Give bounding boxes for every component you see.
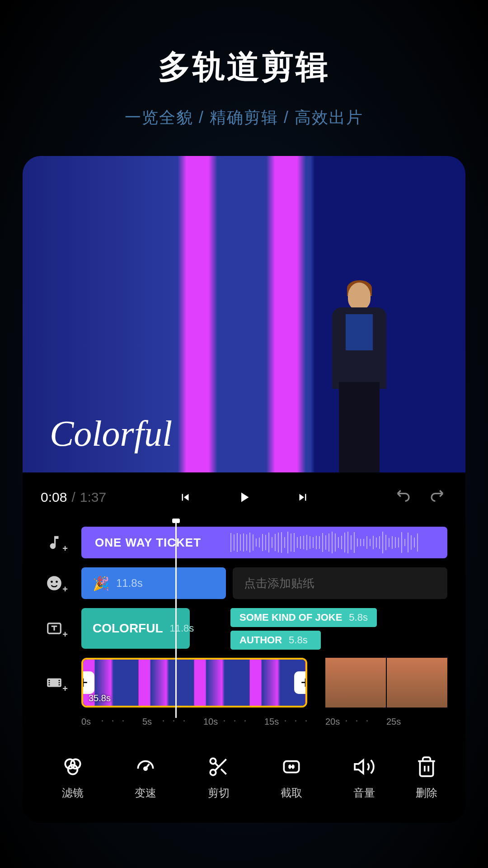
svg-point-14 <box>144 767 147 770</box>
sticker-duration: 11.8s <box>116 577 143 590</box>
sticker-track: + 🎉 11.8s 点击添加贴纸 <box>41 567 447 599</box>
tool-label: 音量 <box>353 786 375 800</box>
volume-icon <box>352 754 377 779</box>
undo-button[interactable] <box>393 486 416 509</box>
add-clip-after-button[interactable]: + <box>294 671 307 694</box>
current-time: 0:08 <box>41 490 67 505</box>
tool-label: 滤镜 <box>62 786 84 800</box>
video-clip-duration: 35.8s <box>89 693 111 703</box>
svg-point-10 <box>59 684 60 685</box>
timeline[interactable]: + ONE WAY TICKET + 🎉 11.8s 点击添加贴纸 <box>23 522 465 736</box>
trash-icon <box>414 754 439 779</box>
tool-label: 删除 <box>416 786 437 800</box>
tool-label: 剪切 <box>208 786 230 800</box>
audio-track: + ONE WAY TICKET <box>41 527 447 558</box>
text-clip-main[interactable]: COLORFUL 11.8s <box>81 608 190 649</box>
text-clip-label: SOME KIND OF JOKE <box>239 612 342 623</box>
sticker-placeholder[interactable]: 点击添加贴纸 <box>233 567 447 599</box>
add-text-icon[interactable]: + <box>41 615 68 642</box>
time-display: 0:08 / 1:37 <box>41 490 106 505</box>
svg-point-0 <box>47 576 61 590</box>
audio-clip[interactable]: ONE WAY TICKET <box>81 527 447 558</box>
text-clip-label: COLORFUL <box>93 621 163 636</box>
volume-tool[interactable]: 音量 <box>328 754 401 800</box>
plus-icon: + <box>62 584 68 594</box>
video-preview[interactable]: Colorful <box>23 156 465 472</box>
svg-point-1 <box>51 580 53 583</box>
preview-subject <box>316 283 398 472</box>
playback-controls: 0:08 / 1:37 <box>23 472 465 522</box>
text-track: + COLORFUL 11.8s SOME KIND OF JOKE 5.8s … <box>41 608 447 649</box>
add-sticker-icon[interactable]: + <box>41 570 68 597</box>
bottom-toolbar: 滤镜 变速 剪切 截取 音量 删除 <box>23 736 465 823</box>
svg-point-9 <box>59 682 60 683</box>
hero-title: 多轨道剪辑 <box>0 0 488 89</box>
plus-icon: + <box>62 543 68 554</box>
timeline-ruler: 0s 5s 10s 15s 20s 25s <box>41 717 447 727</box>
svg-point-13 <box>68 764 77 774</box>
plus-icon: + <box>62 684 68 694</box>
crop-tool[interactable]: 截取 <box>255 754 328 800</box>
video-clip[interactable] <box>325 658 447 708</box>
preview-text-overlay: Colorful <box>50 413 172 454</box>
speed-tool[interactable]: 变速 <box>109 754 182 800</box>
redo-button[interactable] <box>425 486 447 509</box>
time-separator: / <box>71 490 75 505</box>
next-button[interactable] <box>291 486 314 509</box>
add-audio-icon[interactable]: + <box>41 529 68 556</box>
tool-label: 截取 <box>281 786 302 800</box>
svg-point-7 <box>48 684 50 685</box>
filter-tool[interactable]: 滤镜 <box>36 754 109 800</box>
total-time: 1:37 <box>80 490 106 505</box>
add-video-icon[interactable]: + <box>41 669 68 696</box>
video-track: + + 35.8s + <box>41 658 447 708</box>
svg-point-5 <box>48 680 50 681</box>
svg-point-16 <box>210 769 216 775</box>
crop-icon <box>279 754 304 779</box>
sticker-emoji: 🎉 <box>93 576 109 591</box>
waveform <box>230 527 447 558</box>
svg-point-8 <box>59 680 60 681</box>
text-clip-label: AUTHOR <box>239 634 282 646</box>
add-clip-before-button[interactable]: + <box>81 671 94 694</box>
text-clip-duration: 11.8s <box>170 623 194 634</box>
sticker-clip[interactable]: 🎉 11.8s <box>81 567 226 599</box>
hero-subtitle: 一览全貌 / 精确剪辑 / 高效出片 <box>0 107 488 129</box>
tool-label: 变速 <box>135 786 156 800</box>
svg-point-15 <box>210 758 216 764</box>
audio-clip-title: ONE WAY TICKET <box>95 536 201 550</box>
cut-tool[interactable]: 剪切 <box>182 754 255 800</box>
prev-button[interactable] <box>174 486 197 509</box>
video-clip-selected[interactable]: + 35.8s + <box>81 658 307 708</box>
playhead[interactable] <box>175 522 177 718</box>
text-clip[interactable]: AUTHOR 5.8s <box>230 631 321 650</box>
filter-icon <box>60 754 85 779</box>
scissors-icon <box>206 754 231 779</box>
svg-point-2 <box>56 580 58 583</box>
text-clip-duration: 5.8s <box>349 612 368 623</box>
text-clip[interactable]: SOME KIND OF JOKE 5.8s <box>230 608 377 627</box>
play-button[interactable] <box>233 486 255 509</box>
delete-tool[interactable]: 删除 <box>401 754 452 800</box>
speed-icon <box>133 754 158 779</box>
text-clip-duration: 5.8s <box>289 634 308 646</box>
editor-card: Colorful 0:08 / 1:37 <box>23 156 465 823</box>
svg-point-6 <box>48 682 50 683</box>
plus-icon: + <box>62 629 68 640</box>
svg-point-12 <box>71 759 80 769</box>
